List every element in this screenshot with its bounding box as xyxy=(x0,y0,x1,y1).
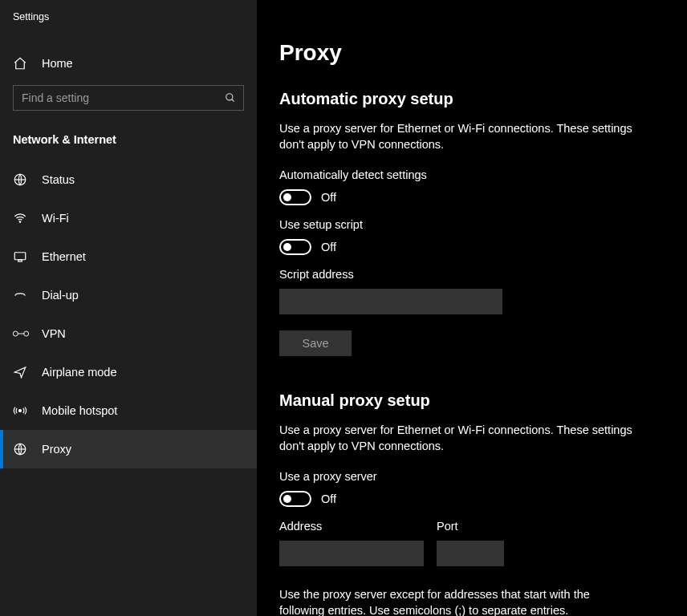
nav-label: VPN xyxy=(42,327,66,340)
nav-label: Proxy xyxy=(42,443,71,456)
svg-rect-5 xyxy=(14,253,26,260)
sidebar-item-vpn[interactable]: VPN xyxy=(0,314,257,353)
sidebar-item-wifi[interactable]: Wi-Fi xyxy=(0,199,257,237)
proxy-icon xyxy=(13,442,29,456)
search-input[interactable] xyxy=(13,85,244,111)
section-auto-heading: Automatic proxy setup xyxy=(279,90,687,108)
home-icon xyxy=(13,56,29,71)
use-proxy-label: Use a proxy server xyxy=(279,470,687,483)
sidebar-item-dialup[interactable]: Dial-up xyxy=(0,276,257,314)
svg-rect-6 xyxy=(18,260,22,261)
use-proxy-toggle[interactable] xyxy=(279,491,311,507)
page-title: Proxy xyxy=(279,40,687,66)
svg-point-4 xyxy=(19,221,21,223)
nav-label: Status xyxy=(42,173,75,186)
setup-script-label: Use setup script xyxy=(279,218,687,231)
nav-label: Dial-up xyxy=(42,289,79,302)
script-address-input[interactable] xyxy=(279,289,502,314)
dialup-icon xyxy=(13,288,29,302)
svg-point-14 xyxy=(19,410,22,412)
main-content: Proxy Automatic proxy setup Use a proxy … xyxy=(257,0,687,616)
nav-label: Ethernet xyxy=(42,250,86,263)
nav-label: Mobile hotspot xyxy=(42,404,117,417)
app-title: Settings xyxy=(0,8,257,34)
section-manual-desc: Use a proxy server for Ethernet or Wi-Fi… xyxy=(279,423,632,454)
use-proxy-state: Off xyxy=(321,492,336,505)
auto-detect-state: Off xyxy=(321,191,336,204)
hotspot-icon xyxy=(13,403,29,418)
sidebar-item-airplane[interactable]: Airplane mode xyxy=(0,353,257,391)
except-text: Use the proxy server except for addresse… xyxy=(279,587,632,616)
sidebar-item-home[interactable]: Home xyxy=(0,48,257,79)
sidebar-item-status[interactable]: Status xyxy=(0,160,257,199)
airplane-icon xyxy=(13,365,29,379)
sidebar: Settings Home Network & Internet xyxy=(0,0,257,616)
save-button[interactable]: Save xyxy=(279,330,352,356)
address-label: Address xyxy=(279,520,424,533)
script-address-label: Script address xyxy=(279,268,687,281)
category-title: Network & Internet xyxy=(0,133,257,146)
nav-label: Wi-Fi xyxy=(42,212,69,225)
setup-script-state: Off xyxy=(321,241,336,253)
sidebar-item-ethernet[interactable]: Ethernet xyxy=(0,237,257,276)
address-input[interactable] xyxy=(279,541,424,566)
port-input[interactable] xyxy=(437,541,504,566)
svg-point-11 xyxy=(13,331,18,336)
nav-list: Status Wi-Fi Ethernet xyxy=(0,160,257,468)
section-manual-heading: Manual proxy setup xyxy=(279,391,687,410)
nav-label: Airplane mode xyxy=(42,366,117,379)
home-label: Home xyxy=(42,57,73,70)
wifi-icon xyxy=(13,211,29,225)
sidebar-item-hotspot[interactable]: Mobile hotspot xyxy=(0,391,257,430)
ethernet-icon xyxy=(13,249,29,264)
sidebar-item-proxy[interactable]: Proxy xyxy=(0,430,257,468)
setup-script-toggle[interactable] xyxy=(279,239,311,255)
status-icon xyxy=(13,172,29,187)
section-auto-desc: Use a proxy server for Ethernet or Wi-Fi… xyxy=(279,121,632,152)
auto-detect-label: Automatically detect settings xyxy=(279,168,687,181)
vpn-icon xyxy=(13,328,29,339)
auto-detect-toggle[interactable] xyxy=(279,189,311,205)
svg-point-12 xyxy=(24,331,29,336)
port-label: Port xyxy=(437,520,504,533)
